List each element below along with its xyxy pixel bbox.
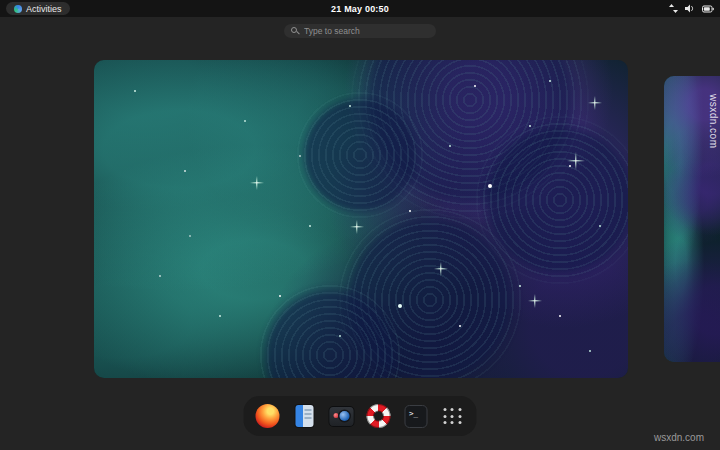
camera-lens [340,411,350,421]
gnome-activities-overview: Activities 21 May 00:50 [0,0,720,450]
activities-button[interactable]: Activities [6,2,70,15]
dash-dock: >_ [244,396,477,436]
camera-light [334,413,339,418]
workspace-thumbnail-1[interactable] [94,60,628,378]
camera-icon [330,407,354,426]
search-input[interactable] [284,24,436,38]
star-sparkle [250,176,264,190]
star-sparkle [567,152,585,170]
volume-icon [685,4,695,13]
top-bar: Activities 21 May 00:50 [0,0,720,17]
clock-button[interactable]: 21 May 00:50 [331,0,389,17]
activities-label: Activities [26,4,62,14]
watermark-vertical: wsxdn.com [708,94,719,149]
star-sparkle [528,294,542,308]
app-grid-icon [443,406,463,426]
help-app-button[interactable] [366,403,392,429]
search-bar [284,24,436,38]
network-icon [669,4,678,13]
files-app-button[interactable] [292,403,318,429]
nebula-rings [295,90,425,220]
camera-app-button[interactable] [329,403,355,429]
show-apps-button[interactable] [440,403,466,429]
stars-layer [94,60,96,62]
star-sparkle [350,220,364,234]
help-icon [367,404,391,428]
battery-icon [702,5,714,13]
clock-label: 21 May 00:50 [331,4,389,14]
terminal-prompt-glyph: >_ [409,409,418,418]
files-icon [296,405,314,427]
star-sparkle [434,262,448,276]
watermark-bottom: wsxdn.com [654,432,704,443]
firefox-app-button[interactable] [255,403,281,429]
terminal-app-button[interactable]: >_ [403,403,429,429]
star-sparkle [588,96,602,110]
distro-logo-icon [14,5,22,13]
system-status-area[interactable] [669,4,714,13]
firefox-icon [256,404,280,428]
search-icon [291,27,297,33]
terminal-icon: >_ [404,405,427,428]
